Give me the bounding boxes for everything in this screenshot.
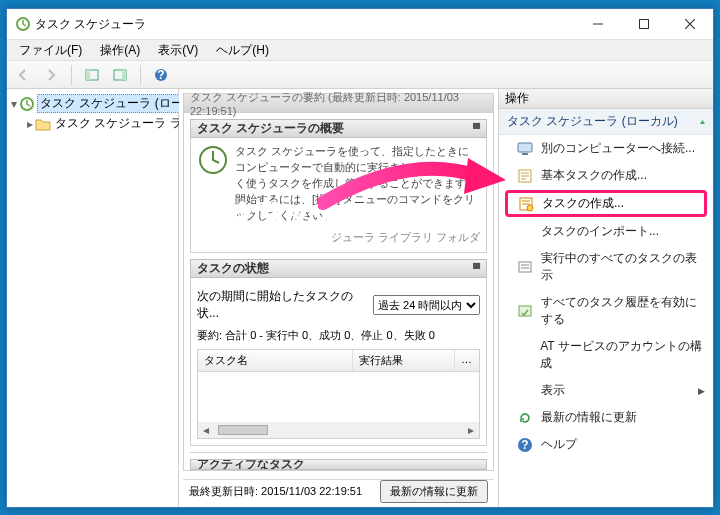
menu-help[interactable]: ヘルプ(H) xyxy=(208,40,277,61)
active-groupbar[interactable]: アクティブなタスク xyxy=(190,459,487,470)
svg-rect-15 xyxy=(519,262,531,272)
center-pane: タスク スケジューラの要約 (最終更新日時: 2015/11/03 22:19:… xyxy=(179,89,499,507)
action-view[interactable]: 表示 ▶ xyxy=(499,377,713,404)
last-refresh-label: 最終更新日時: 2015/11/03 22:19:51 xyxy=(189,484,374,499)
show-hide-tree-button[interactable] xyxy=(80,63,104,87)
expander-icon[interactable]: ▾ xyxy=(11,97,17,111)
summary-header: タスク スケジューラの要約 (最終更新日時: 2015/11/03 22:19:… xyxy=(183,93,494,113)
status-period-select[interactable]: 過去 24 時間以内 xyxy=(373,295,480,315)
refresh-button[interactable]: 最新の情報に更新 xyxy=(380,480,488,503)
action-help[interactable]: ? ヘルプ xyxy=(499,431,713,458)
status-title: タスクの状態 xyxy=(197,260,269,277)
scroll-right-icon[interactable]: ▸ xyxy=(463,423,479,437)
help-button[interactable]: ? xyxy=(149,63,173,87)
scroll-left-icon[interactable]: ◂ xyxy=(198,423,214,437)
nav-back-button xyxy=(11,63,35,87)
maximize-button[interactable] xyxy=(621,9,667,39)
action-refresh[interactable]: 最新の情報に更新 xyxy=(499,404,713,431)
menu-action[interactable]: 操作(A) xyxy=(92,40,148,61)
svg-rect-5 xyxy=(122,70,126,80)
tree-pane: ▾ タスク スケジューラ (ローカル) ▸ タスク スケジューラ ライブラリ xyxy=(7,89,179,507)
overview-title: タスク スケジューラの概要 xyxy=(197,120,344,137)
action-show-running[interactable]: 実行中のすべてのタスクの表示 xyxy=(499,245,713,289)
app-window: タスク スケジューラ ファイル(F) 操作(A) 表示(V) ヘルプ(H) ? … xyxy=(6,8,714,508)
svg-point-14 xyxy=(527,205,533,211)
actions-group-title: タスク スケジューラ (ローカル) xyxy=(507,113,678,130)
action-label: 最新の情報に更新 xyxy=(541,409,637,426)
overview-body: タスク スケジューラを使って、指定したときにコンピューターで自動的に実行されるよ… xyxy=(190,138,487,253)
action-at-account[interactable]: AT サービスのアカウントの構成 xyxy=(499,333,713,377)
action-create-basic[interactable]: 基本タスクの作成... xyxy=(499,162,713,189)
status-table: タスク名 実行結果 … ◂ ▸ xyxy=(197,349,480,439)
table-body xyxy=(198,372,479,422)
tree-root[interactable]: ▾ タスク スケジューラ (ローカル) xyxy=(9,93,176,114)
center-footer: 最終更新日時: 2015/11/03 22:19:51 最新の情報に更新 xyxy=(183,479,494,503)
overview-cut-text: ジューラ ライブラリ フォルダ xyxy=(197,230,480,246)
action-connect[interactable]: 別のコンピューターへ接続... xyxy=(499,135,713,162)
minimize-button[interactable] xyxy=(575,9,621,39)
menubar: ファイル(F) 操作(A) 表示(V) ヘルプ(H) xyxy=(7,39,713,61)
clock-icon xyxy=(197,144,229,224)
action-label: タスクの作成... xyxy=(542,195,624,212)
expander-icon[interactable]: ▸ xyxy=(27,117,33,131)
app-icon xyxy=(15,16,31,32)
window-buttons xyxy=(575,9,713,39)
action-label: 基本タスクの作成... xyxy=(541,167,647,184)
actions-pane-title: 操作 xyxy=(499,89,713,109)
action-label: タスクのインポート... xyxy=(541,223,659,240)
show-hide-actions-button[interactable] xyxy=(108,63,132,87)
action-label: ヘルプ xyxy=(541,436,577,453)
svg-text:?: ? xyxy=(157,68,164,82)
table-header: タスク名 実行結果 … xyxy=(198,350,479,372)
computer-icon xyxy=(517,141,533,157)
svg-rect-10 xyxy=(518,143,532,152)
menu-file[interactable]: ファイル(F) xyxy=(11,40,90,61)
col-task-name[interactable]: タスク名 xyxy=(198,350,353,371)
actions-pane: 操作 タスク スケジューラ (ローカル) ▴ 別のコンピューターへ接続... 基… xyxy=(499,89,713,507)
active-title: アクティブなタスク xyxy=(197,459,305,470)
col-run-result[interactable]: 実行結果 xyxy=(353,350,455,371)
actions-group-header[interactable]: タスク スケジューラ (ローカル) ▴ xyxy=(499,109,713,135)
status-summary: 要約: 合計 0 - 実行中 0、成功 0、停止 0、失敗 0 xyxy=(197,326,480,349)
toolbar: ? xyxy=(7,61,713,89)
scroll-thumb[interactable] xyxy=(218,425,268,435)
scheduler-icon xyxy=(19,96,35,112)
import-icon xyxy=(517,224,533,240)
svg-text:?: ? xyxy=(521,438,528,452)
help-icon: ? xyxy=(517,437,533,453)
chevron-up-icon: ▀ xyxy=(473,263,480,274)
chevron-right-icon: ▶ xyxy=(698,386,705,396)
collapse-icon: ▴ xyxy=(700,117,705,126)
close-button[interactable] xyxy=(667,9,713,39)
folder-icon xyxy=(35,116,51,132)
menu-view[interactable]: 表示(V) xyxy=(150,40,206,61)
divider xyxy=(190,452,487,453)
refresh-icon xyxy=(517,410,533,426)
client-area: ▾ タスク スケジューラ (ローカル) ▸ タスク スケジューラ ライブラリ タ… xyxy=(7,89,713,507)
view-icon xyxy=(517,383,533,399)
chevron-up-icon: ▀ xyxy=(473,123,480,134)
col-more[interactable]: … xyxy=(455,350,479,371)
action-enable-history[interactable]: すべてのタスク履歴を有効にする xyxy=(499,289,713,333)
window-title: タスク スケジューラ xyxy=(31,16,575,33)
account-icon xyxy=(517,347,532,363)
action-import[interactable]: タスクのインポート... xyxy=(499,218,713,245)
create-task-icon xyxy=(518,196,534,212)
action-label: 表示 xyxy=(541,382,565,399)
overview-text: タスク スケジューラを使って、指定したときにコンピューターで自動的に実行されるよ… xyxy=(235,144,480,224)
toolbar-separator xyxy=(71,65,72,85)
center-body: タスク スケジューラの概要 ▀ タスク スケジューラを使って、指定したときにコン… xyxy=(183,113,494,471)
tree-library[interactable]: ▸ タスク スケジューラ ライブラリ xyxy=(9,114,176,133)
nav-forward-button xyxy=(39,63,63,87)
history-icon xyxy=(517,303,533,319)
action-label: 別のコンピューターへ接続... xyxy=(541,140,695,157)
status-groupbar[interactable]: タスクの状態 ▀ xyxy=(190,259,487,278)
status-body: 次の期間に開始したタスクの状... 過去 24 時間以内 要約: 合計 0 - … xyxy=(190,278,487,446)
action-label: AT サービスのアカウントの構成 xyxy=(540,338,705,372)
svg-rect-11 xyxy=(522,153,528,155)
overview-groupbar[interactable]: タスク スケジューラの概要 ▀ xyxy=(190,119,487,138)
action-label: 実行中のすべてのタスクの表示 xyxy=(541,250,705,284)
action-label: すべてのタスク履歴を有効にする xyxy=(541,294,705,328)
horizontal-scrollbar[interactable]: ◂ ▸ xyxy=(198,422,479,438)
action-create-task[interactable]: タスクの作成... xyxy=(505,190,707,217)
